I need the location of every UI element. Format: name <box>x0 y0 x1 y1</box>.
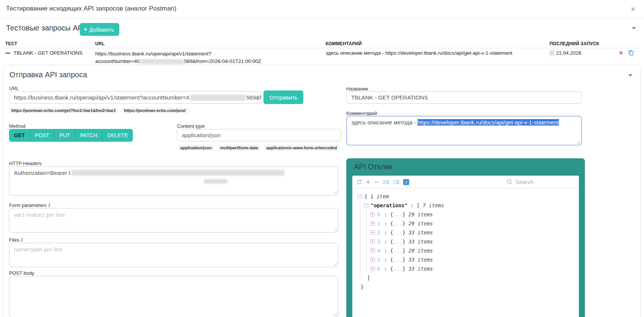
content-type-examples: application/json multipart/form-data app… <box>178 145 339 151</box>
json-item-row: + 6 : {...} 33 items <box>358 264 579 273</box>
method-label: Method <box>9 123 25 129</box>
json-toolbar: i <box>352 176 579 188</box>
form-parameters-placeholder: var1=value1 per line <box>14 211 65 218</box>
json-item-row: + 0 : {...} 29 items <box>358 210 579 219</box>
content-type-chip[interactable]: application/x-www-form-urlencoded <box>264 145 340 151</box>
json-item-row: + 5 : {...} 33 items <box>358 255 579 264</box>
json-item-row: + 3 : {...} 33 items <box>358 237 579 246</box>
method-button-group: GET POST PUT PATCH DELETE <box>9 129 133 142</box>
json-operations-row: − "operations" : [ 7 items <box>358 201 579 210</box>
files-label: Filesi <box>9 237 23 243</box>
redacted-token-blur <box>72 170 285 176</box>
url-example-chip[interactable]: https://postman-echo.com/get?foo1=bar1&f… <box>9 107 118 113</box>
redacted-account-blur <box>190 95 246 101</box>
collapse-levels-icon[interactable] <box>393 179 400 185</box>
add-test-label: Добавить <box>89 26 114 33</box>
tests-section-title: Тестовые запросы API <box>6 24 85 32</box>
test-comment-cell: здесь описание метода - https://develope… <box>326 50 512 56</box>
test-name-cell[interactable]: TBLANK - GET OPERATIONS <box>5 50 82 56</box>
test-lastrun-cell: 21.04.2026 <box>550 50 582 56</box>
method-delete-button[interactable]: DELETE <box>102 129 132 142</box>
json-tree: − { 1 item − "operations" : [ 7 items + … <box>352 188 579 291</box>
url-example-chip[interactable]: https://postman-echo.com/post <box>122 107 188 113</box>
last-run-date: 21.04.2026 <box>556 50 582 56</box>
content-type-label: Content type <box>177 123 205 129</box>
url-examples: https://postman-echo.com/get?foo1=bar1&f… <box>9 107 188 113</box>
files-textarea[interactable]: name=path per line <box>9 243 338 267</box>
expand-toggle-icon[interactable]: + <box>370 239 375 244</box>
expand-toggle-icon[interactable]: + <box>370 257 375 262</box>
page-title: Тестирование исходящих API запросов (ана… <box>6 5 177 12</box>
refresh-icon[interactable] <box>356 179 362 185</box>
add-test-button[interactable]: + Добавить <box>80 23 119 36</box>
redacted-time-blur <box>550 50 554 56</box>
expand-toggle-icon[interactable]: + <box>370 221 375 226</box>
content-type-chip[interactable]: multipart/form-data <box>218 145 260 151</box>
content-type-chip[interactable]: application/json <box>178 145 214 151</box>
expand-all-icon[interactable] <box>365 179 371 185</box>
form-parameters-textarea[interactable]: var1=value1 per line <box>9 208 338 233</box>
column-header-comment: КОММЕНТАРИЙ <box>326 41 362 46</box>
send-button[interactable]: Отправить <box>263 90 303 104</box>
json-root-row: − { 1 item <box>358 192 579 201</box>
comment-label: Комментарий <box>346 110 377 116</box>
table-header-divider <box>3 48 641 48</box>
redacted-token-blur <box>204 179 227 184</box>
request-panel-title: Отправка API запроса <box>9 70 87 79</box>
json-viewer: i − { 1 item − "operations" : [ <box>352 176 579 317</box>
info-icon[interactable]: i <box>49 202 50 208</box>
column-header-test: ТЕСТ <box>5 41 17 46</box>
request-collapse-caret-icon[interactable] <box>629 74 632 77</box>
post-body-label: POST body <box>9 270 34 276</box>
name-label: Название <box>346 86 368 92</box>
method-patch-button[interactable]: PATCH <box>75 129 102 142</box>
json-root-close-row: } <box>358 282 579 291</box>
http-headers-textarea[interactable]: Authorization=Bearer t <box>9 166 338 196</box>
json-item-row: + 4 : {...} 29 items <box>358 246 579 255</box>
tests-collapse-caret-icon[interactable] <box>632 27 636 29</box>
url-input[interactable]: https://business.tbank.ru/openapi/api/v1… <box>9 91 262 104</box>
test-url-cell: https://business.tbank.ru/openapi/api/v1… <box>95 50 261 65</box>
comment-textarea[interactable]: здесь описание метода - https://develope… <box>346 116 582 145</box>
files-placeholder: name=path per line <box>14 246 62 253</box>
method-put-button[interactable]: PUT <box>55 129 75 142</box>
json-item-row: + 1 : {...} 29 items <box>358 219 579 228</box>
content-type-input[interactable] <box>177 129 341 141</box>
json-item-row: + 2 : {...} 33 items <box>358 228 579 237</box>
redacted-account-blur <box>140 59 184 64</box>
json-search <box>507 178 575 185</box>
test-name: TBLANK - GET OPERATIONS <box>14 50 82 56</box>
expand-toggle-icon[interactable]: + <box>370 212 375 217</box>
api-response-panel: API Отклик i <box>346 158 585 317</box>
selected-text: https://developer.tbank.ru/docs/api/get-… <box>417 119 559 126</box>
expand-levels-icon[interactable] <box>383 179 390 185</box>
copy-test-icon[interactable] <box>628 49 634 57</box>
column-header-url: URL <box>95 41 105 46</box>
collapse-toggle-icon[interactable]: − <box>358 194 362 199</box>
form-parameters-label: Form parametersi <box>9 202 50 208</box>
expand-toggle-icon[interactable]: + <box>370 248 375 253</box>
collapse-all-icon[interactable] <box>374 179 379 185</box>
search-icon <box>507 179 513 185</box>
info-icon[interactable]: i <box>403 179 409 185</box>
post-body-textarea[interactable] <box>9 276 338 317</box>
api-response-title: API Отклик <box>354 162 393 171</box>
table-row: TBLANK - GET OPERATIONS https://business… <box>0 49 644 65</box>
plus-icon: + <box>84 26 87 33</box>
info-icon[interactable]: i <box>21 237 23 243</box>
http-headers-label: HTTP Headers <box>9 161 41 166</box>
expand-toggle-icon[interactable]: + <box>370 230 375 235</box>
name-input[interactable] <box>346 91 582 104</box>
method-post-button[interactable]: POST <box>30 129 55 142</box>
json-array-close-row: ] <box>358 273 579 282</box>
modal-header: Тестирование исходящих API запросов (ана… <box>0 0 644 18</box>
close-icon[interactable]: ✕ <box>628 4 638 14</box>
json-search-input[interactable] <box>515 178 575 185</box>
delete-test-icon[interactable]: ✕ <box>619 50 623 56</box>
method-get-button[interactable]: GET <box>9 129 30 142</box>
collapse-minus-icon[interactable] <box>5 52 11 54</box>
expand-toggle-icon[interactable]: + <box>370 266 375 271</box>
request-panel: Отправка API запроса URL https://busines… <box>3 65 641 317</box>
url-label: URL <box>9 86 19 91</box>
collapse-toggle-icon[interactable]: − <box>364 203 368 208</box>
